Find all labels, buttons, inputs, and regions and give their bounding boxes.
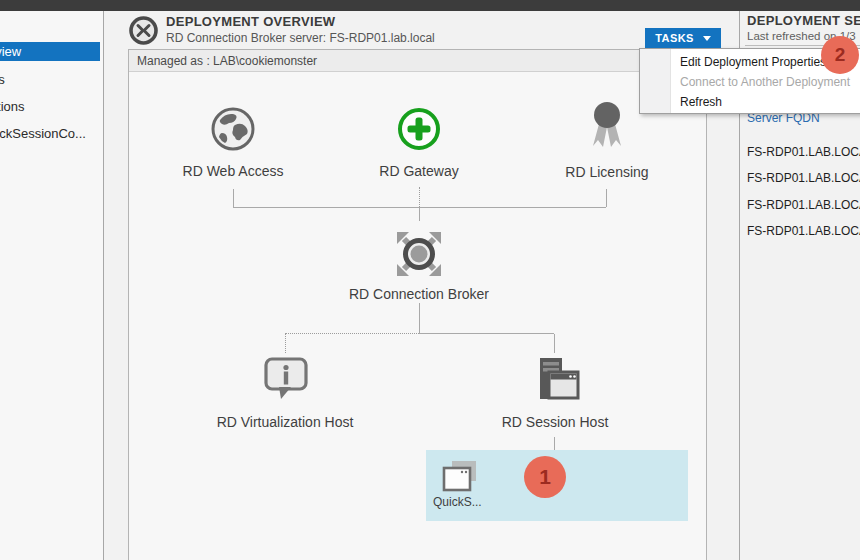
node-rd-web-access[interactable]: RD Web Access (148, 163, 318, 179)
sidebar-item-quicksessioncollection[interactable]: QuickSessionCo... (0, 124, 104, 143)
gateway-plus-icon (396, 106, 442, 156)
node-rd-session-host[interactable]: RD Session Host (470, 414, 640, 430)
collection-windows-icon (441, 459, 479, 497)
tasks-button[interactable]: TASKS (645, 28, 721, 48)
node-rd-connection-broker[interactable]: RD Connection Broker (334, 286, 504, 302)
chevron-down-icon (703, 36, 711, 41)
managed-as-bar: Managed as : LAB\cookiemonster (129, 50, 706, 72)
sidebar-item-collections[interactable]: Collections (0, 97, 64, 116)
connector-line (419, 333, 554, 334)
virtualization-host-info-icon (261, 354, 311, 408)
connector-line (285, 333, 419, 334)
connector-line (285, 334, 286, 353)
sidebar: Overview Servers Collections QuickSessio… (0, 11, 104, 560)
connector-line (554, 437, 555, 450)
tasks-button-label: TASKS (655, 32, 693, 44)
server-row[interactable]: FS-RDP01.LAB.LOCAL (747, 171, 860, 185)
connector-line (233, 189, 234, 207)
connector-line (419, 303, 420, 333)
servers-panel-title: DEPLOYMENT SERVERS (747, 13, 860, 28)
connector-line (554, 334, 555, 353)
sidebar-item-label: Servers (0, 72, 5, 87)
page-subtitle: RD Connection Broker server: FS-RDP01.la… (166, 31, 435, 45)
server-row[interactable]: FS-RDP01.LAB.LOCAL (747, 224, 860, 238)
globe-icon (209, 105, 257, 157)
window-top-strip (0, 0, 860, 11)
connector-line (419, 208, 420, 221)
node-rd-virtualization-host[interactable]: RD Virtualization Host (200, 414, 370, 430)
rds-logo-icon (128, 15, 159, 46)
node-rd-licensing[interactable]: RD Licensing (522, 164, 692, 180)
node-rd-gateway[interactable]: RD Gateway (334, 163, 504, 179)
connector-line (419, 187, 420, 207)
server-row[interactable]: FS-RDP01.LAB.LOCAL (747, 198, 860, 212)
connection-broker-icon (391, 226, 447, 286)
sidebar-item-label: Overview (0, 44, 21, 59)
sidebar-item-label: QuickSessionCo... (0, 126, 86, 141)
licensing-ribbon-icon (587, 100, 627, 158)
sidebar-item-overview[interactable]: Overview (0, 42, 100, 61)
server-row[interactable]: FS-RDP01.LAB.LOCAL (747, 145, 860, 159)
page-title: DEPLOYMENT OVERVIEW (166, 14, 335, 29)
annotation-badge-1: 1 (524, 456, 566, 498)
session-host-server-icon (532, 354, 580, 408)
sidebar-item-servers[interactable]: Servers (0, 70, 45, 89)
menu-item-refresh[interactable]: Refresh (640, 92, 860, 112)
annotation-badge-2: 2 (821, 36, 859, 74)
sidebar-item-label: Collections (0, 99, 25, 114)
connector-line (606, 189, 607, 207)
collection-tile-label: QuickS... (433, 495, 482, 509)
menu-item-connect-to-another-deployment[interactable]: Connect to Another Deployment (640, 72, 860, 92)
